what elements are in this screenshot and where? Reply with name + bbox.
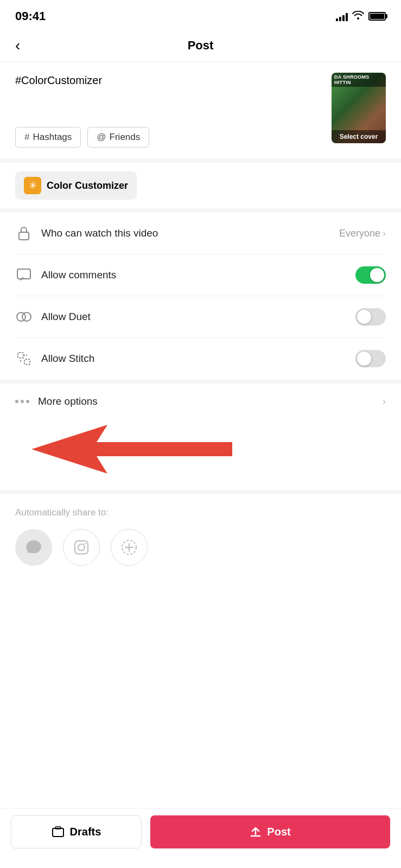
caption-left: #ColorCustomizer # Hashtags @ Friends <box>15 73 323 148</box>
who-can-watch-label: Who can watch this video <box>41 227 330 239</box>
svg-rect-4 <box>18 353 23 358</box>
effect-name: Color Customizer <box>47 180 128 192</box>
comment-icon <box>15 266 33 284</box>
header: ‹ Post <box>0 29 401 62</box>
allow-duet-toggle[interactable] <box>355 308 386 326</box>
post-button[interactable]: Post <box>150 815 390 848</box>
battery-icon <box>368 12 386 21</box>
drafts-button[interactable]: Drafts <box>11 815 142 848</box>
who-can-watch-value: Everyone › <box>339 228 386 239</box>
share-label: Automatically share to: <box>15 507 386 518</box>
messages-share-button[interactable] <box>15 529 52 566</box>
stitch-icon <box>15 350 33 367</box>
hashtags-button[interactable]: # Hashtags <box>15 127 81 148</box>
wifi-icon <box>352 11 364 22</box>
instagram-share-button[interactable] <box>63 529 100 566</box>
caption-area: #ColorCustomizer # Hashtags @ Friends DA… <box>0 62 401 163</box>
who-can-watch-row[interactable]: Who can watch this video Everyone › <box>15 213 386 254</box>
effect-icon: ✳ <box>24 177 41 194</box>
allow-duet-row[interactable]: Allow Duet <box>15 296 386 338</box>
caption-tags: # Hashtags @ Friends <box>15 127 323 148</box>
status-bar: 09:41 <box>0 0 401 29</box>
svg-rect-0 <box>19 232 29 240</box>
svg-rect-5 <box>24 359 30 365</box>
svg-rect-15 <box>53 828 63 837</box>
more-options-chevron: › <box>383 396 386 407</box>
svg-marker-8 <box>31 425 232 474</box>
video-thumb-label: DA SHROOMS HITTIN <box>332 73 386 87</box>
effect-section: ✳ Color Customizer <box>0 163 401 213</box>
share-section: Automatically share to: <box>0 494 401 575</box>
allow-comments-row[interactable]: Allow comments <box>15 254 386 296</box>
more-options-label: More options <box>38 395 374 407</box>
back-button[interactable]: ‹ <box>15 37 20 54</box>
allow-comments-toggle[interactable] <box>355 266 386 284</box>
hashtag-symbol: # <box>24 132 29 143</box>
video-thumbnail[interactable]: DA SHROOMS HITTIN Select cover <box>332 73 386 143</box>
svg-point-10 <box>78 544 85 551</box>
more-options-row[interactable]: More options › <box>15 384 386 419</box>
add-share-button[interactable] <box>111 529 148 566</box>
page-title: Post <box>188 39 214 53</box>
friends-button[interactable]: @ Friends <box>87 127 149 148</box>
allow-comments-label: Allow comments <box>41 269 347 281</box>
status-time: 09:41 <box>15 9 46 23</box>
effect-badge[interactable]: ✳ Color Customizer <box>15 171 137 200</box>
more-options-icon <box>15 400 29 403</box>
allow-stitch-label: Allow Stitch <box>41 353 347 365</box>
red-arrow-svg <box>31 419 238 484</box>
svg-rect-1 <box>17 269 30 279</box>
settings-list: Who can watch this video Everyone › Allo… <box>0 213 401 384</box>
select-cover-button[interactable]: Select cover <box>332 130 386 143</box>
bottom-bar: Drafts Post <box>0 808 401 868</box>
caption-text[interactable]: #ColorCustomizer <box>15 73 323 116</box>
signal-icon <box>336 11 348 21</box>
duet-icon <box>15 308 33 326</box>
arrow-annotation <box>15 419 386 490</box>
allow-duet-label: Allow Duet <box>41 311 347 323</box>
allow-stitch-toggle[interactable] <box>355 350 386 367</box>
more-options-section: More options › <box>0 384 401 494</box>
svg-rect-9 <box>75 541 88 554</box>
share-icons-row <box>15 529 386 566</box>
at-symbol: @ <box>97 132 106 143</box>
allow-stitch-row[interactable]: Allow Stitch <box>15 338 386 379</box>
post-upload-icon <box>250 826 262 838</box>
status-icons <box>336 11 386 22</box>
svg-point-11 <box>85 543 86 545</box>
lock-icon <box>15 225 33 242</box>
drafts-icon <box>52 826 65 838</box>
svg-point-3 <box>22 312 31 321</box>
chevron-right-icon: › <box>383 228 386 239</box>
